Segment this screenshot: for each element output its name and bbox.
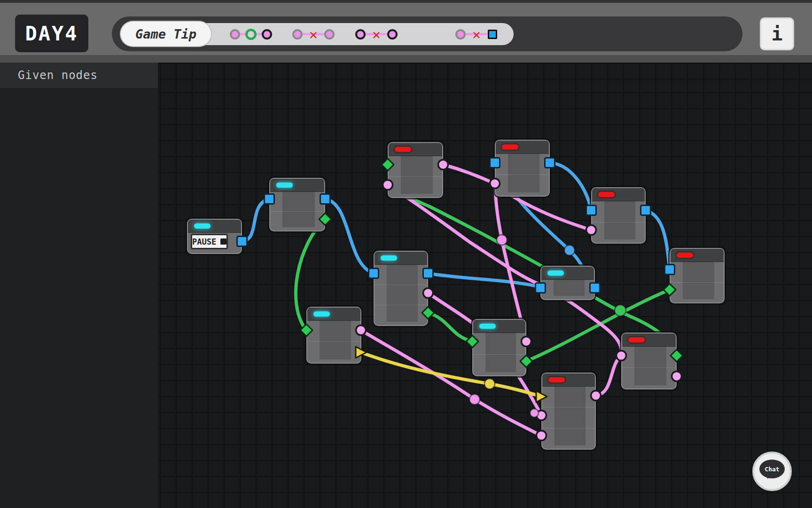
node-h-header (473, 320, 525, 333)
node-a-red-pill (395, 147, 411, 152)
node-s-header (270, 179, 324, 192)
node-b-red-pill (502, 144, 518, 150)
node-g[interactable] (306, 307, 361, 364)
chat-button[interactable]: Chat (752, 452, 792, 491)
node-f-row-divider (375, 305, 427, 305)
info-button[interactable]: i (760, 17, 794, 50)
node-s[interactable] (269, 178, 325, 231)
tip-circle-port-gray-icon (292, 29, 303, 40)
tip-forbidden-x-icon: ✕ (471, 29, 482, 40)
node-a-row-divider (389, 176, 442, 177)
node-h-panel (485, 333, 516, 372)
tip-circle-port-dark-icon (355, 29, 366, 40)
node-a[interactable] (388, 142, 443, 198)
node-f-header (375, 252, 427, 265)
tip-circle-port-gray-icon (230, 29, 240, 40)
node-i-body (542, 386, 595, 449)
tip-circle-port-dark-icon (262, 29, 272, 40)
pause-label: PAUSE (192, 237, 216, 246)
node-d-panel (683, 262, 714, 299)
node-i-row-divider (542, 428, 595, 429)
tip-circle-port-gray-icon (229, 29, 241, 40)
node-e-header (541, 267, 594, 280)
tip-rule-circle-to-circle-forbidden: ✕ (292, 28, 335, 41)
node-b[interactable] (495, 140, 550, 197)
node-e[interactable] (540, 266, 595, 300)
node-h-body (473, 333, 525, 375)
tip-rule-darkcircle-to-darkcircle-forbidden: ✕ (355, 28, 398, 41)
node-h-cyan-pill (479, 324, 496, 329)
node-g-body (307, 320, 360, 363)
node-f[interactable] (374, 251, 428, 326)
node-b-panel (508, 153, 539, 192)
node-d[interactable] (670, 248, 725, 303)
node-pause[interactable]: PAUSE (187, 219, 242, 254)
chat-label: Chat (765, 466, 779, 473)
node-j-red-pill (628, 337, 645, 342)
game-tip-title: Game Tip (121, 22, 211, 46)
node-j-header (622, 333, 676, 347)
tip-forbidden-x-icon: ✕ (371, 29, 382, 40)
node-a-panel (401, 156, 433, 194)
node-c-row-divider (592, 222, 645, 222)
node-i-red-pill (548, 377, 565, 382)
pause-stop-icon (220, 238, 226, 245)
node-c-header (592, 188, 645, 201)
top-bar: DAY4 Game Tip ✕✕✕ i (0, 0, 812, 63)
tip-circle-port-dark-icon (387, 29, 398, 40)
game-tip-bar: Game Tip ✕✕✕ (112, 16, 742, 51)
tip-circle-port-dark-icon (387, 29, 398, 40)
node-d-row-divider (671, 282, 724, 283)
node-s-body (270, 191, 324, 230)
node-e-panel (554, 279, 585, 296)
node-s-panel (282, 191, 315, 227)
day-label: DAY4 (15, 15, 88, 52)
tip-square-port-icon (488, 30, 497, 39)
node-f-row-divider (375, 285, 427, 285)
node-j[interactable] (621, 333, 677, 389)
node-a-body (389, 156, 442, 197)
node-c[interactable] (591, 187, 646, 244)
node-c-red-pill (598, 192, 615, 197)
given-nodes-title: Given nodes (0, 63, 158, 88)
tip-circle-port-dark-icon (355, 29, 366, 40)
node-g-row-divider (307, 341, 360, 342)
node-b-body (496, 153, 549, 196)
tip-circle-port-dark-icon (261, 29, 273, 40)
node-pause-body: PAUSE (188, 232, 241, 253)
node-c-body (592, 201, 645, 243)
node-d-body (671, 262, 724, 302)
node-d-red-pill (677, 253, 693, 258)
node-f-body (375, 264, 427, 325)
node-pause-cyan-pill (194, 223, 211, 229)
tip-square-port-icon (487, 29, 498, 40)
tip-circle-port-gray-icon (324, 29, 335, 40)
tip-ring-port-icon (245, 29, 257, 40)
node-h[interactable] (472, 319, 526, 376)
node-b-row-divider (496, 175, 549, 175)
chat-bubble-icon: Chat (759, 460, 785, 478)
node-i-row-divider (542, 407, 595, 407)
node-s-row-divider (270, 211, 324, 212)
tip-circle-port-gray-icon (455, 29, 466, 40)
tip-circle-port-gray-icon (455, 29, 466, 40)
node-j-body (622, 346, 676, 389)
tip-circle-port-gray-icon (292, 29, 303, 40)
node-c-panel (604, 201, 635, 239)
node-j-row-divider (622, 367, 676, 368)
tip-ring-port-icon (245, 29, 257, 40)
node-g-panel (320, 320, 351, 359)
node-g-header (307, 308, 360, 321)
pause-button[interactable]: PAUSE (191, 234, 228, 249)
tip-circle-port-gray-icon (324, 29, 335, 40)
node-f-panel (387, 264, 418, 322)
given-nodes-panel: Given nodes (0, 63, 158, 508)
node-a-header (389, 143, 442, 156)
tip-forbidden-x-icon: ✕ (308, 29, 319, 40)
tip-rule-circle-to-square-forbidden: ✕ (455, 28, 498, 41)
node-i[interactable] (541, 373, 596, 450)
node-b-header (496, 141, 549, 154)
node-g-cyan-pill (313, 311, 330, 317)
node-e-cyan-pill (547, 270, 564, 276)
node-e-body (541, 279, 594, 299)
